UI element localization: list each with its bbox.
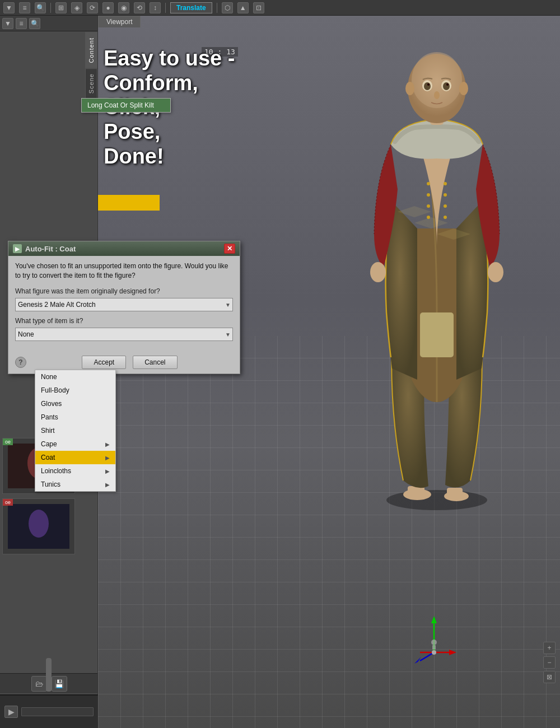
toolbar-menu-btn[interactable]: ≡ bbox=[19, 2, 30, 13]
toolbar-icon-10[interactable]: ⊡ bbox=[253, 2, 264, 13]
menu-item-coat-label: Coat bbox=[41, 454, 55, 461]
dialog-figure-select[interactable]: Genesis 2 Male Alt Crotch bbox=[15, 298, 233, 311]
dialog-figure-select-wrapper: Genesis 2 Male Alt Crotch ▼ bbox=[15, 298, 233, 311]
sidebar-tab-scene[interactable]: Scene bbox=[85, 68, 97, 99]
tunics-arrow-icon: ▶ bbox=[105, 482, 110, 488]
toolbar-icon-9[interactable]: ▲ bbox=[237, 2, 249, 13]
svg-rect-23 bbox=[420, 312, 454, 357]
dialog-action-buttons: Accept Cancel bbox=[26, 356, 233, 369]
sub-toolbar-btn-1[interactable]: ▼ bbox=[2, 18, 13, 29]
sub-toolbar-btn-3[interactable]: 🔍 bbox=[29, 18, 40, 29]
sidebar-vertical-tabs: Content Scene bbox=[85, 32, 97, 99]
sidebar-thumb-2[interactable]: oe bbox=[2, 498, 75, 554]
menu-item-shirt-label: Shirt bbox=[41, 427, 55, 435]
autofit-dialog: ▶ Auto-Fit : Coat ✕ You've chosen to fit… bbox=[8, 241, 240, 374]
menu-item-loincloths[interactable]: Loincloths ▶ bbox=[35, 464, 115, 478]
menu-item-fullbody-label: Full-Body bbox=[41, 386, 69, 394]
submenu-item-longcoat-label: Long Coat Or Split Kilt bbox=[87, 101, 154, 109]
submenu-item-longcoat[interactable]: Long Coat Or Split Kilt bbox=[82, 99, 170, 112]
svg-point-19 bbox=[446, 83, 449, 86]
menu-item-pants-label: Pants bbox=[41, 413, 58, 421]
svg-point-9 bbox=[370, 262, 386, 282]
svg-point-31 bbox=[444, 216, 447, 219]
sub-toolbar: ▼ ≡ 🔍 bbox=[0, 16, 97, 31]
top-toolbar: ▼ ≡ 🔍 ⊞ ◈ ⟳ ● ◉ ⟲ ↕ Translate ⬡ ▲ ⊡ bbox=[0, 0, 560, 16]
svg-point-17 bbox=[443, 82, 450, 90]
sidebar-tab-content[interactable]: Content bbox=[85, 32, 97, 68]
dialog-close-button[interactable]: ✕ bbox=[224, 244, 235, 254]
toolbar-icon-5[interactable]: ◉ bbox=[118, 2, 129, 13]
dialog-help-button[interactable]: ? bbox=[15, 357, 26, 368]
toolbar-icon-2[interactable]: ◈ bbox=[71, 2, 82, 13]
type-dropdown-menu: None Full-Body Gloves Pants Shirt Cape ▶… bbox=[35, 370, 116, 492]
viewport-tab[interactable]: Viewport bbox=[98, 16, 141, 27]
toolbar-icon-3[interactable]: ⟳ bbox=[87, 2, 98, 13]
timeline-track[interactable] bbox=[21, 707, 94, 716]
toolbar-search-btn[interactable]: 🔍 bbox=[35, 2, 46, 13]
dialog-figure-label: What figure was the item originally desi… bbox=[15, 287, 233, 295]
menu-item-fullbody[interactable]: Full-Body bbox=[35, 384, 115, 397]
character-figure bbox=[325, 32, 549, 520]
menu-item-shirt[interactable]: Shirt bbox=[35, 424, 115, 437]
dialog-type-select[interactable]: None bbox=[15, 328, 233, 341]
toolbar-icon-8[interactable]: ⬡ bbox=[222, 2, 233, 13]
menu-item-pants[interactable]: Pants bbox=[35, 410, 115, 424]
svg-point-24 bbox=[427, 182, 430, 185]
toolbar-icon-1[interactable]: ⊞ bbox=[55, 2, 67, 13]
svg-line-36 bbox=[420, 652, 434, 661]
zoom-in-btn[interactable]: + bbox=[543, 642, 556, 654]
menu-item-tunics[interactable]: Tunics ▶ bbox=[35, 478, 115, 491]
transform-gizmo bbox=[409, 613, 459, 664]
dialog-type-select-wrapper: None ▼ bbox=[15, 328, 233, 341]
svg-point-39 bbox=[431, 640, 437, 645]
separator-2 bbox=[165, 3, 166, 13]
zoom-out-btn[interactable]: − bbox=[543, 656, 556, 669]
thumb-badge-1: oe bbox=[3, 438, 13, 445]
toolbar-icon-6[interactable]: ⟲ bbox=[134, 2, 145, 13]
menu-item-cape[interactable]: Cape ▶ bbox=[35, 437, 115, 451]
nav-icon-folder[interactable]: 🗁 bbox=[31, 676, 47, 692]
timecode-display: 10 : 13 bbox=[202, 47, 238, 57]
menu-item-tunics-label: Tunics bbox=[41, 480, 60, 488]
svg-point-20 bbox=[434, 91, 440, 99]
svg-point-25 bbox=[427, 193, 430, 197]
menu-item-cape-label: Cape bbox=[41, 440, 57, 448]
dialog-titlebar: ▶ Auto-Fit : Coat ✕ bbox=[8, 241, 240, 256]
menu-item-none-label: None bbox=[41, 373, 57, 381]
svg-point-26 bbox=[427, 204, 430, 208]
svg-point-28 bbox=[444, 182, 447, 185]
dialog-accept-button[interactable]: Accept bbox=[82, 356, 126, 369]
svg-point-3 bbox=[29, 510, 49, 538]
menu-item-coat[interactable]: Coat ▶ bbox=[35, 451, 115, 464]
toolbar-icon-7[interactable]: ↕ bbox=[150, 2, 161, 13]
sidebar-scrollbar[interactable] bbox=[46, 658, 52, 692]
nav-icon-save[interactable]: 💾 bbox=[52, 676, 67, 692]
translate-button[interactable]: Translate bbox=[170, 2, 212, 13]
svg-point-30 bbox=[444, 204, 447, 208]
svg-point-29 bbox=[444, 193, 447, 197]
menu-item-loincloths-label: Loincloths bbox=[41, 467, 71, 475]
dialog-app-icon: ▶ bbox=[13, 244, 22, 253]
menu-item-gloves[interactable]: Gloves bbox=[35, 397, 115, 410]
svg-point-27 bbox=[427, 216, 430, 219]
dialog-type-label: What type of item is it? bbox=[15, 317, 233, 325]
cape-arrow-icon: ▶ bbox=[105, 441, 110, 447]
svg-point-4 bbox=[386, 490, 487, 510]
toolbar-dropdown-btn[interactable]: ▼ bbox=[3, 2, 15, 13]
coat-submenu: Long Coat Or Split Kilt bbox=[81, 98, 171, 113]
timeline-play-btn[interactable]: ▶ bbox=[4, 706, 18, 718]
dialog-cancel-button[interactable]: Cancel bbox=[133, 356, 177, 369]
dialog-body: You've chosen to fit an unsupported item… bbox=[8, 256, 240, 352]
yellow-accent-bar bbox=[98, 195, 160, 211]
svg-rect-8 bbox=[447, 488, 463, 497]
sub-toolbar-btn-2[interactable]: ≡ bbox=[16, 18, 27, 29]
menu-item-gloves-label: Gloves bbox=[41, 400, 62, 408]
fit-view-btn[interactable]: ⊠ bbox=[543, 671, 556, 683]
svg-marker-35 bbox=[449, 650, 456, 655]
svg-point-16 bbox=[424, 82, 431, 90]
separator-3 bbox=[217, 3, 217, 13]
toolbar-icon-4[interactable]: ● bbox=[102, 2, 114, 13]
svg-point-13 bbox=[412, 52, 462, 108]
menu-item-none[interactable]: None bbox=[35, 370, 115, 384]
separator-1 bbox=[50, 3, 51, 13]
